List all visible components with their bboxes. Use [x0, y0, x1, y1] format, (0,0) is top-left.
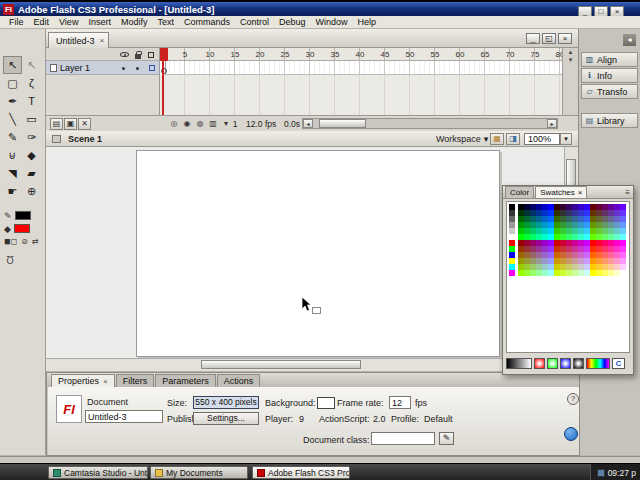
- menu-modify[interactable]: Modify: [116, 17, 153, 27]
- frame-rate-field[interactable]: 12: [389, 396, 411, 409]
- menu-text[interactable]: Text: [152, 17, 179, 27]
- frame-ruler[interactable]: 5 10 15 20 25 30 35 40 45 50 55 60 65 70…: [160, 48, 562, 61]
- subselection-tool[interactable]: ↖: [22, 56, 41, 74]
- taskbar-mydocuments-button[interactable]: My Documents: [150, 466, 248, 479]
- timeline-scroll-thumb[interactable]: [319, 119, 366, 128]
- timeline-vertical-scrollbar[interactable]: ▴ ▾: [562, 48, 578, 115]
- pen-tool[interactable]: ✒: [3, 92, 22, 110]
- gradient-swatch[interactable]: [547, 358, 558, 369]
- stage[interactable]: [136, 150, 500, 357]
- zoom-tool[interactable]: ⊕: [22, 182, 41, 200]
- frame-rate-value[interactable]: 12.0 fps: [246, 119, 276, 129]
- default-colors-icon[interactable]: ◼◻: [4, 237, 17, 246]
- rectangle-tool[interactable]: ▭: [22, 110, 41, 128]
- mdi-minimize-icon[interactable]: _: [526, 33, 540, 44]
- document-class-field[interactable]: [371, 432, 435, 445]
- layer-row[interactable]: Layer 1: [46, 61, 159, 75]
- mdi-restore-icon[interactable]: ◱: [542, 33, 556, 44]
- swap-colors-icon[interactable]: ⇄: [32, 237, 39, 246]
- free-transform-tool[interactable]: ▢: [3, 74, 22, 92]
- lock-layers-icon[interactable]: [135, 54, 141, 59]
- eyedropper-tool[interactable]: ◥: [3, 164, 22, 182]
- playhead-handle[interactable]: [160, 48, 168, 61]
- info-panel-button[interactable]: ℹ Info: [581, 68, 638, 83]
- dock-collapse-icon[interactable]: ◂: [623, 34, 636, 46]
- gradient-swatch[interactable]: [560, 358, 571, 369]
- mdi-close-icon[interactable]: ×: [558, 33, 572, 44]
- pencil-tool[interactable]: ✎: [3, 128, 22, 146]
- workspace-button[interactable]: Workspace ▾: [432, 133, 492, 145]
- title-bar[interactable]: Fl Adobe Flash CS3 Professional - [Untit…: [0, 0, 640, 16]
- zoom-level-field[interactable]: 100%: [524, 133, 560, 145]
- zoom-dropdown-icon[interactable]: ▾: [560, 133, 572, 145]
- gradient-swatch[interactable]: [573, 358, 584, 369]
- stage-hscroll-thumb[interactable]: [201, 360, 361, 369]
- layer-frames-row[interactable]: [160, 61, 562, 75]
- hand-tool[interactable]: ☛: [3, 182, 22, 200]
- timeline-horizontal-scrollbar[interactable]: ◂ ▸: [302, 118, 558, 129]
- brush-tool[interactable]: ✑: [22, 128, 41, 146]
- show-hide-layers-icon[interactable]: [120, 52, 129, 57]
- eraser-tool[interactable]: ▰: [22, 164, 41, 182]
- menu-insert[interactable]: Insert: [83, 17, 116, 27]
- tab-swatches[interactable]: Swatches ×: [535, 186, 587, 198]
- layer-visibility-dot[interactable]: [122, 67, 125, 70]
- no-color-swatch[interactable]: C: [612, 358, 625, 369]
- menu-commands[interactable]: Commands: [179, 17, 235, 27]
- size-button[interactable]: 550 x 400 pixels: [193, 396, 259, 409]
- tab-properties[interactable]: Properties ×: [51, 374, 115, 387]
- text-tool[interactable]: T: [22, 92, 41, 110]
- layer-lock-dot[interactable]: [136, 67, 139, 70]
- paint-bucket-tool[interactable]: ◆: [22, 146, 41, 164]
- outline-layers-icon[interactable]: [148, 52, 154, 58]
- panel-menu-icon[interactable]: ≡: [625, 188, 630, 197]
- center-frame-icon[interactable]: ◎: [168, 119, 180, 128]
- onion-skin-icon[interactable]: ◉: [181, 119, 193, 128]
- menu-debug[interactable]: Debug: [274, 17, 311, 27]
- scroll-right-icon[interactable]: ▸: [547, 119, 557, 128]
- insert-layer-folder-icon[interactable]: ▣: [64, 118, 77, 130]
- tray-icon[interactable]: [597, 469, 605, 477]
- snap-magnet-icon[interactable]: Ω: [4, 254, 16, 265]
- edit-multiple-frames-icon[interactable]: ▥: [207, 119, 219, 128]
- tab-parameters[interactable]: Parameters: [155, 374, 216, 387]
- gradient-swatch[interactable]: [534, 358, 545, 369]
- no-color-icon[interactable]: ⊘: [21, 237, 28, 246]
- ink-bottle-tool[interactable]: ⊍: [3, 146, 22, 164]
- background-color-swatch[interactable]: [317, 397, 335, 409]
- taskbar-flash-button[interactable]: Adobe Flash CS3 Prof...: [252, 466, 350, 479]
- publish-settings-button[interactable]: Settings...: [193, 412, 259, 425]
- layer-name[interactable]: Layer 1: [60, 63, 90, 73]
- tab-color[interactable]: Color: [505, 186, 534, 198]
- edit-symbols-icon[interactable]: ◨: [506, 133, 520, 145]
- layer-outline-color-box[interactable]: [149, 65, 155, 71]
- library-panel-button[interactable]: ▤ Library: [581, 113, 638, 128]
- swatch[interactable]: [509, 270, 515, 276]
- tab-filters[interactable]: Filters: [116, 374, 155, 387]
- properties-close-icon[interactable]: ×: [103, 377, 108, 386]
- help-icon[interactable]: ?: [567, 393, 579, 405]
- menu-help[interactable]: Help: [353, 17, 382, 27]
- lasso-tool[interactable]: ζ: [22, 74, 41, 92]
- transform-panel-button[interactable]: ▱ Transfo: [581, 84, 638, 99]
- fill-color-swatch[interactable]: [14, 224, 30, 233]
- timeline-toggle-icon[interactable]: [52, 135, 61, 143]
- menu-window[interactable]: Window: [311, 17, 353, 27]
- insert-layer-icon[interactable]: ▤: [50, 118, 63, 130]
- document-tab[interactable]: Untitled-3 ×: [48, 32, 109, 48]
- document-tab-close-icon[interactable]: ×: [100, 36, 105, 45]
- menu-file[interactable]: File: [4, 17, 29, 27]
- menu-view[interactable]: View: [54, 17, 83, 27]
- scroll-down-icon[interactable]: ▾: [569, 56, 573, 63]
- gradient-swatch[interactable]: [586, 358, 610, 369]
- menu-control[interactable]: Control: [235, 17, 274, 27]
- delete-layer-icon[interactable]: ✕: [78, 118, 91, 130]
- selection-tool[interactable]: ↖: [3, 56, 22, 74]
- tab-actions[interactable]: Actions: [217, 374, 261, 387]
- swatch[interactable]: [620, 270, 626, 276]
- scroll-left-icon[interactable]: ◂: [303, 119, 313, 128]
- stroke-color-swatch[interactable]: [15, 211, 31, 220]
- document-class-edit-icon[interactable]: ✎: [439, 432, 454, 445]
- onion-skin-outlines-icon[interactable]: ◍: [194, 119, 206, 128]
- gradient-swatch[interactable]: [506, 358, 532, 369]
